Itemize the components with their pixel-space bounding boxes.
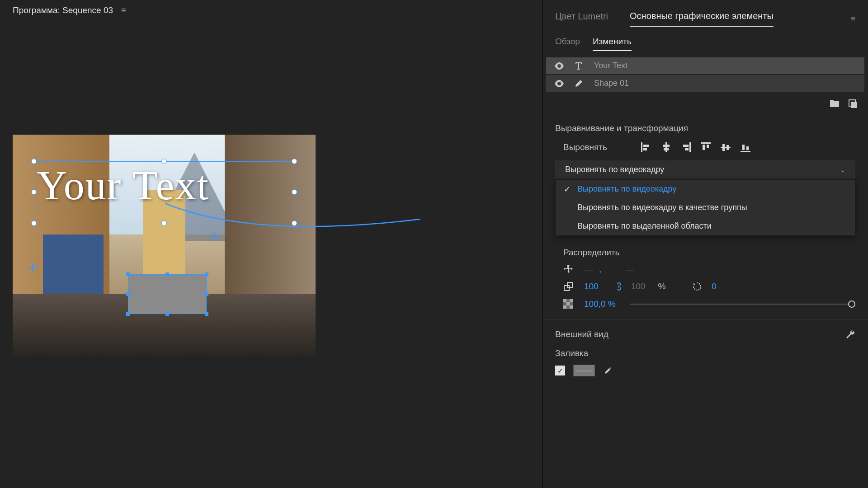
preview-area: Your Text (0, 21, 542, 488)
essential-graphics-panel: Цвет Lumetri Основные графические элемен… (542, 0, 868, 488)
svg-rect-12 (703, 145, 705, 150)
resize-handle[interactable] (205, 292, 208, 296)
panel-tabs: Цвет Lumetri Основные графические элемен… (542, 0, 868, 27)
text-icon (574, 61, 584, 70)
svg-rect-15 (722, 144, 725, 151)
visibility-icon[interactable] (554, 62, 564, 70)
distribute-label: Распределить (542, 239, 868, 258)
new-layer-icon[interactable] (848, 99, 858, 109)
resize-handle[interactable] (126, 312, 130, 316)
layer-row[interactable]: Shape 01 (546, 75, 864, 92)
anchor-point-icon[interactable] (210, 232, 219, 241)
section-title: Выравнивание и трансформация (555, 123, 855, 133)
anchor-point-icon[interactable] (28, 263, 37, 272)
folder-icon[interactable] (829, 99, 840, 109)
layer-row[interactable]: Your Text (546, 57, 864, 74)
tab-overview[interactable]: Обзор (555, 37, 580, 51)
separator: , (599, 264, 601, 274)
resize-handle[interactable] (126, 272, 130, 276)
dropdown-option[interactable]: Выровнять по видеокадру в качестве групп… (556, 198, 855, 217)
eyedropper-icon[interactable] (603, 366, 612, 375)
percent-label: % (658, 282, 665, 291)
svg-rect-18 (742, 145, 745, 150)
section-title: Внешний вид (555, 329, 609, 339)
svg-rect-21 (567, 282, 572, 287)
svg-rect-23 (563, 299, 566, 302)
position-y[interactable]: — (626, 264, 634, 274)
layer-name: Your Text (594, 61, 627, 70)
fill-checkbox[interactable]: ✓ (555, 366, 565, 375)
panel-menu-icon[interactable]: ≡ (850, 14, 855, 23)
fill-swatch[interactable] (573, 365, 595, 376)
align-left-icon[interactable] (640, 141, 652, 153)
tab-graphics[interactable]: Основные графические элементы (630, 11, 774, 27)
fill-section: Заливка ✓ (542, 343, 868, 382)
svg-rect-20 (564, 286, 569, 291)
align-transform-section: Выравнивание и трансформация Выровнять В… (542, 115, 868, 239)
svg-rect-2 (641, 142, 642, 152)
scale-row: 100 100 % 0 (542, 275, 868, 292)
dropdown-label: Выровнять по видеокадру (565, 165, 664, 174)
resize-handle[interactable] (165, 312, 169, 316)
scale-x[interactable]: 100 (584, 282, 599, 291)
tab-edit[interactable]: Изменить (593, 37, 632, 51)
rotation-value[interactable]: 0 (712, 282, 717, 291)
svg-rect-26 (563, 305, 566, 309)
slider-thumb[interactable] (848, 300, 855, 308)
program-header: Программа: Sequence 03 ≡ (0, 0, 542, 21)
wrench-icon[interactable] (845, 329, 855, 339)
appearance-section: Внешний вид (542, 326, 868, 343)
align-bottom-icon[interactable] (740, 141, 751, 153)
position-x[interactable]: — (584, 264, 593, 274)
scale-y[interactable]: 100 (631, 282, 646, 291)
layers-list: Your Text Shape 01 (542, 51, 868, 93)
link-icon[interactable] (616, 282, 622, 291)
align-vcenter-icon[interactable] (720, 141, 731, 153)
panel-menu-icon[interactable]: ≡ (121, 6, 126, 15)
pen-icon (574, 79, 584, 88)
align-to-dropdown: Выровнять по видеокадру ⌄ Выровнять по в… (555, 160, 855, 236)
svg-rect-16 (726, 145, 729, 150)
svg-rect-7 (664, 148, 669, 150)
dropdown-selected[interactable]: Выровнять по видеокадру ⌄ (555, 160, 855, 179)
position-icon (563, 264, 575, 275)
tab-lumetri[interactable]: Цвет Lumetri (555, 11, 608, 26)
program-monitor-panel: Программа: Sequence 03 ≡ Your Text (0, 0, 542, 488)
opacity-value[interactable]: 100,0 % (584, 299, 616, 309)
position-row: — , — (542, 258, 868, 275)
svg-rect-17 (741, 151, 750, 152)
align-hcenter-icon[interactable] (660, 141, 672, 153)
align-top-icon[interactable] (700, 141, 712, 153)
layer-actions (542, 93, 868, 115)
video-preview[interactable]: Your Text (13, 135, 316, 356)
svg-rect-19 (746, 146, 749, 150)
shape-layer-preview[interactable] (128, 274, 207, 314)
fill-row: ✓ (555, 365, 855, 376)
align-buttons (640, 141, 751, 153)
fill-label: Заливка (555, 348, 855, 358)
resize-handle[interactable] (205, 312, 208, 316)
opacity-icon (563, 299, 575, 309)
opacity-slider[interactable] (630, 304, 855, 305)
resize-handle[interactable] (165, 272, 169, 276)
divider (542, 319, 868, 319)
align-row: Выровнять (555, 141, 855, 153)
align-label: Выровнять (563, 142, 622, 152)
dropdown-option[interactable]: Выровнять по выделенной области (556, 217, 855, 235)
resize-handle[interactable] (126, 292, 130, 296)
text-layer-preview[interactable]: Your Text (37, 161, 209, 209)
svg-rect-11 (701, 142, 711, 144)
svg-rect-10 (685, 148, 689, 150)
dropdown-option[interactable]: Выровнять по видеокадру (556, 180, 855, 198)
svg-rect-13 (707, 145, 709, 148)
svg-rect-3 (643, 145, 649, 147)
scale-icon (563, 282, 575, 291)
program-title: Программа: Sequence 03 (13, 5, 113, 15)
resize-handle[interactable] (205, 272, 208, 276)
layer-name: Shape 01 (594, 79, 629, 88)
visibility-icon[interactable] (554, 80, 564, 87)
svg-rect-25 (566, 302, 570, 305)
svg-rect-24 (570, 299, 573, 302)
align-right-icon[interactable] (680, 141, 692, 153)
svg-rect-5 (665, 142, 667, 152)
